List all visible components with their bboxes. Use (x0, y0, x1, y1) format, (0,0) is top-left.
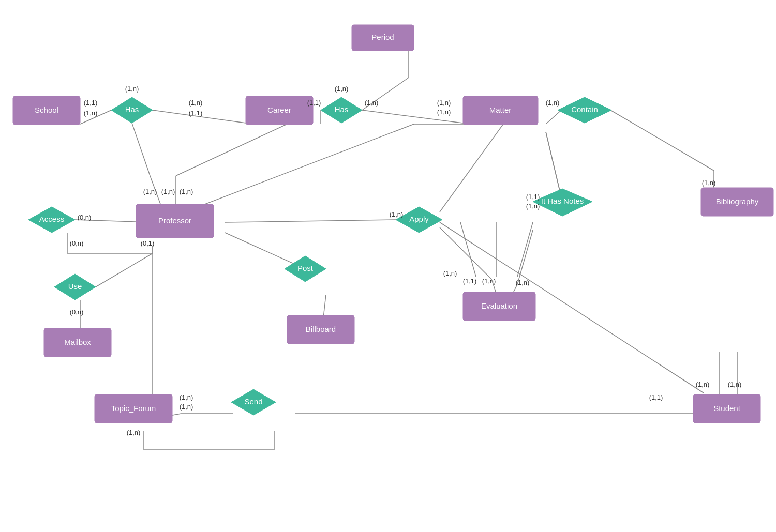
svg-line-9 (132, 123, 150, 176)
er-diagram-svg: Period School Career Matter Bibliography… (0, 0, 776, 532)
card-prof-top-c: (1,n) (180, 188, 193, 195)
card-school-has1-b: (1,n) (84, 109, 98, 117)
diagram-container: Period School Career Matter Bibliography… (0, 0, 776, 532)
card-topicforum-send-b: (1,n) (180, 403, 193, 411)
svg-line-32 (517, 222, 533, 277)
card-use-mailbox: (0,n) (70, 308, 84, 316)
card-prof-top-a: (1,n) (143, 188, 157, 195)
card-topicforum-bottom: (1,n) (127, 429, 141, 436)
svg-line-5 (362, 110, 471, 124)
card-career-has2: (1,1) (307, 99, 321, 107)
card-matter-ithas-a: (1,1) (526, 193, 540, 201)
svg-line-19 (225, 220, 398, 222)
card-contain-biblio: (1,n) (702, 179, 716, 187)
card-has1-career-a: (1,n) (189, 99, 203, 107)
svg-line-22 (440, 119, 507, 212)
entity-period-label: Period (371, 33, 394, 41)
relation-post-label: Post (297, 264, 314, 272)
relation-access-label: Access (39, 215, 64, 223)
entity-career-label: Career (267, 105, 291, 114)
card-has1-career-b: (1,1) (189, 109, 203, 117)
svg-line-27 (517, 230, 533, 284)
relation-contain-label: Contain (571, 105, 598, 114)
card-student-a: (1,n) (696, 381, 710, 388)
relation-send-label: Send (244, 397, 262, 406)
card-access-right: (0,n) (78, 214, 92, 221)
relation-use-label: Use (68, 282, 82, 291)
relation-it-has-notes-label: It Has Notes (541, 196, 584, 205)
card-apply-eval-c: (1,n) (482, 277, 496, 285)
card-matter-contain: (1,n) (546, 99, 560, 107)
card-apply-eval-b: (1,1) (463, 277, 477, 285)
card-matter-ithas-b: (1,n) (526, 202, 540, 210)
svg-line-7 (610, 110, 714, 171)
card-access-loop-a: (0,n) (70, 239, 84, 247)
svg-line-21 (323, 295, 326, 318)
entity-school-label: School (35, 105, 58, 114)
entity-topic-forum-label: Topic_Forum (111, 404, 156, 413)
entity-professor-label: Professor (158, 216, 191, 225)
entity-mailbox-label: Mailbox (64, 338, 91, 346)
svg-line-14 (187, 124, 414, 211)
entity-billboard-label: Billboard (306, 325, 336, 333)
entity-matter-label: Matter (489, 105, 512, 114)
svg-line-3 (153, 110, 253, 124)
card-matter-left-b: (1,n) (437, 108, 451, 116)
card-access-loop-b: (0,1) (141, 239, 155, 247)
card-has2-matter: (1,n) (365, 99, 379, 107)
card-topicforum-send-a: (1,n) (180, 393, 193, 401)
card-ithas-eval-a: (1,n) (516, 279, 530, 286)
card-matter-left-a: (1,n) (437, 99, 451, 107)
card-send-student: (1,1) (649, 393, 663, 401)
entity-bibliography-label: Bibliography (716, 197, 759, 206)
relation-has1-label: Has (125, 105, 139, 114)
entity-student-label: Student (713, 404, 741, 413)
card-prof-apply: (1,n) (390, 210, 404, 218)
svg-line-11 (176, 124, 287, 176)
card-prof-top-b: (1,n) (161, 188, 175, 195)
card-school-has1-a: (1,1) (84, 99, 98, 107)
card-apply-eval-a: (1,n) (443, 269, 457, 277)
svg-line-6 (546, 110, 561, 124)
card-student-b: (1,n) (728, 381, 742, 388)
card-period-has2: (1,n) (335, 85, 349, 93)
svg-line-30 (460, 222, 476, 277)
svg-line-33 (96, 253, 153, 287)
entity-evaluation-label: Evaluation (481, 301, 517, 310)
relation-apply-label: Apply (409, 215, 429, 223)
relation-has2-label: Has (335, 105, 349, 114)
card-has1-top: (1,n) (125, 85, 139, 93)
